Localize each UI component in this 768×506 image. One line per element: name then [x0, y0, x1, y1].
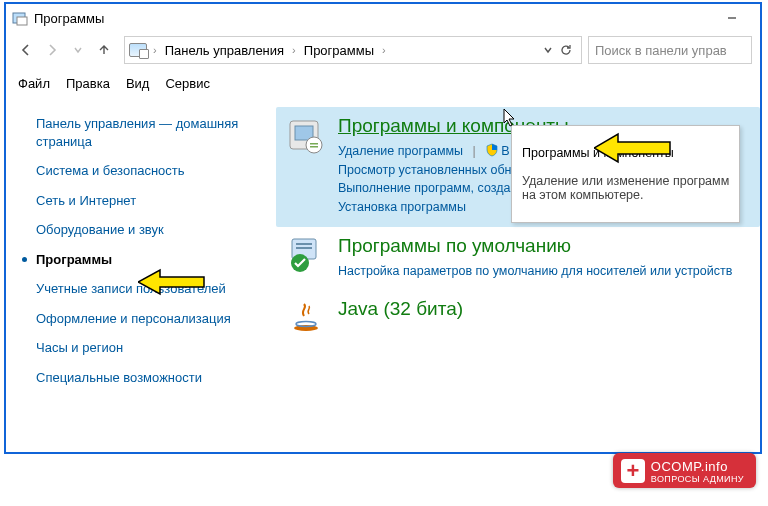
- chevron-right-icon: ›: [286, 44, 302, 56]
- search-placeholder: Поиск в панели управ: [595, 43, 727, 58]
- menu-file[interactable]: Файл: [18, 76, 50, 91]
- default-programs-icon: [286, 235, 326, 275]
- programs-features-icon: [286, 115, 326, 155]
- sidebar-item-network[interactable]: Сеть и Интернет: [36, 186, 266, 216]
- menu-tools[interactable]: Сервис: [165, 76, 210, 91]
- category-title[interactable]: Java (32 бита): [338, 298, 750, 321]
- sidebar-item-clock[interactable]: Часы и регион: [36, 333, 266, 363]
- search-input[interactable]: Поиск в панели управ: [588, 36, 752, 64]
- cursor-icon: [501, 107, 521, 129]
- breadcrumb-seg-0[interactable]: Панель управления: [163, 43, 286, 58]
- sidebar-item-home[interactable]: Панель управления — домашняя страница: [36, 109, 266, 156]
- chevron-down-icon[interactable]: [543, 45, 553, 55]
- category-java[interactable]: Java (32 бита): [276, 290, 760, 348]
- link-uninstall[interactable]: Удаление программы: [338, 144, 463, 158]
- svg-rect-10: [296, 247, 312, 249]
- link-default-media[interactable]: Настройка параметров по умолчанию для но…: [338, 264, 732, 278]
- titlebar: Программы: [6, 4, 760, 32]
- annotation-arrow: [138, 267, 208, 297]
- category-title[interactable]: Программы по умолчанию: [338, 235, 750, 258]
- control-panel-window: Программы › Панель управления › Программ…: [4, 2, 762, 454]
- menubar: Файл Правка Вид Сервис: [6, 72, 760, 97]
- category-default-programs[interactable]: Программы по умолчанию Настройка парамет…: [276, 227, 760, 291]
- breadcrumb-seg-1[interactable]: Программы: [302, 43, 376, 58]
- sidebar-item-hardware[interactable]: Оборудование и звук: [36, 215, 266, 245]
- shield-icon: [485, 143, 499, 157]
- sidebar: Панель управления — домашняя страница Си…: [6, 101, 276, 392]
- annotation-arrow: [594, 131, 674, 165]
- java-icon: [286, 298, 326, 338]
- refresh-icon[interactable]: [559, 43, 573, 57]
- content-area: Программы и компоненты Удаление программ…: [276, 101, 760, 392]
- link-run-programs[interactable]: Выполнение программ, создан: [338, 181, 517, 195]
- sidebar-item-appearance[interactable]: Оформление и персонализация: [36, 304, 266, 334]
- watermark-text-1a: OCOMP: [651, 459, 701, 474]
- address-bar[interactable]: › Панель управления › Программы ›: [124, 36, 582, 64]
- window-icon: [12, 10, 28, 26]
- menu-view[interactable]: Вид: [126, 76, 150, 91]
- window-title: Программы: [34, 11, 104, 26]
- svg-rect-6: [310, 143, 318, 145]
- link-windows-features[interactable]: В: [501, 144, 509, 158]
- svg-point-13: [296, 322, 316, 327]
- navbar: › Панель управления › Программы › Поиск …: [6, 32, 760, 72]
- forward-button[interactable]: [40, 38, 64, 62]
- watermark-text-1b: .info: [701, 459, 728, 474]
- svg-rect-7: [310, 146, 318, 148]
- svg-point-5: [306, 137, 322, 153]
- recent-dropdown[interactable]: [66, 38, 90, 62]
- category-programs-features[interactable]: Программы и компоненты Удаление программ…: [276, 107, 760, 227]
- svg-marker-14: [138, 270, 204, 294]
- control-panel-icon: [129, 43, 147, 57]
- sidebar-item-security[interactable]: Система и безопасность: [36, 156, 266, 186]
- svg-rect-9: [296, 243, 312, 245]
- up-button[interactable]: [92, 38, 116, 62]
- minimize-button[interactable]: [710, 4, 754, 32]
- link-view-updates[interactable]: Просмотр установленных обно: [338, 163, 518, 177]
- back-button[interactable]: [14, 38, 38, 62]
- svg-marker-15: [594, 134, 670, 162]
- chevron-right-icon: ›: [147, 44, 163, 56]
- sidebar-item-accessibility[interactable]: Специальные возможности: [36, 363, 266, 393]
- menu-edit[interactable]: Правка: [66, 76, 110, 91]
- chevron-right-icon: ›: [376, 44, 392, 56]
- watermark-text-2: ВОПРОСЫ АДМИНУ: [651, 474, 744, 484]
- plus-icon: +: [621, 459, 645, 483]
- watermark: + OCOMP.info ВОПРОСЫ АДМИНУ: [613, 453, 756, 488]
- svg-rect-1: [17, 17, 27, 25]
- tooltip-body: Удаление или изменение программ на этом …: [522, 174, 729, 202]
- link-install-program[interactable]: Установка программы: [338, 200, 466, 214]
